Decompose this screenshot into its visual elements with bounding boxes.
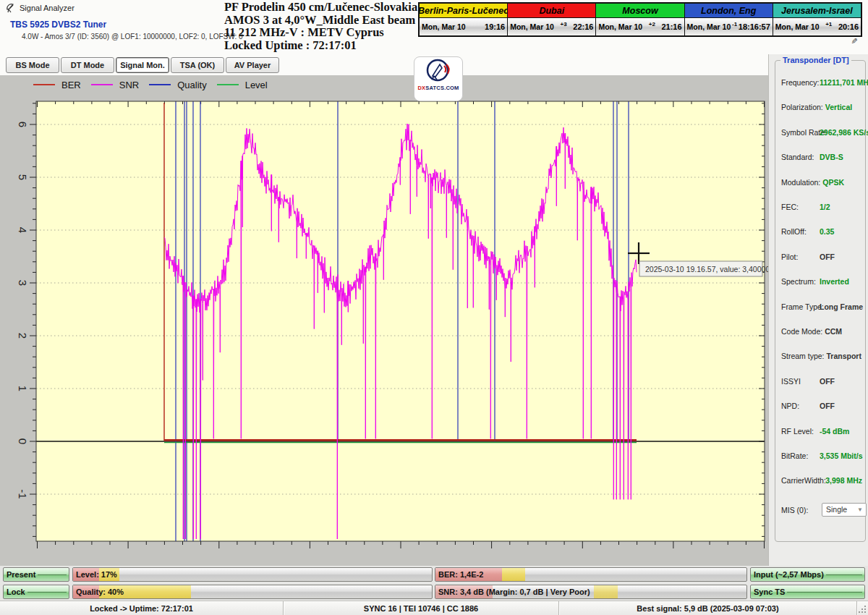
transponder-title: Transponder [DT] xyxy=(780,56,851,64)
legend-item-ber: BER xyxy=(33,80,81,90)
clock-hhmm: 19:16 xyxy=(485,22,505,31)
param-label: CarrierWidth: xyxy=(781,476,823,485)
clock-dubai: DubaiMon, Mar 10+322:16 xyxy=(508,4,596,35)
param-value: Inverted xyxy=(820,277,849,286)
param-label: RollOff: xyxy=(781,227,817,236)
mode-button-tsa-ok-[interactable]: TSA (OK) xyxy=(171,57,224,73)
mode-button-bs-mode[interactable]: BS Mode xyxy=(6,57,59,73)
param-label: Spectrum: xyxy=(781,277,817,286)
clock-moscow: MoscowMon, Mar 10+221:16 xyxy=(596,4,684,35)
y-axis-labels: 6543210-1 xyxy=(17,122,29,499)
transponder-row-rolloff-: RollOff:0.35 xyxy=(781,226,862,237)
param-label: Frame Type: xyxy=(781,302,817,311)
clock-date: Mon, Mar 10 xyxy=(510,22,554,31)
clock-date: Mon, Mar 10 xyxy=(598,22,642,31)
transponder-groupbox: Transponder [DT] Frequency:11211,701 MHz… xyxy=(775,60,866,542)
clock-city: Moscow xyxy=(596,4,684,18)
transponder-row-standard-: Standard:DVB-S xyxy=(781,151,862,163)
resize-grip[interactable] xyxy=(864,611,866,613)
param-label: MIS (0): xyxy=(781,506,817,514)
annotation-line: AMOS 3 at 4,0°W_Middle East beam xyxy=(224,14,417,27)
clock-hhmm: 20:16 xyxy=(838,22,859,31)
svg-text:1: 1 xyxy=(17,386,29,391)
window-title: Signal Analyzer xyxy=(20,4,75,12)
param-value: Long Frame xyxy=(820,302,863,311)
meter-ber: BER: 1,4E-2 xyxy=(435,567,747,582)
param-label: BitRate: xyxy=(781,451,817,460)
clock-time: Mon, Mar 1019:16 xyxy=(420,18,507,35)
svg-text:3: 3 xyxy=(17,280,29,286)
clock-date: Mon, Mar 10 xyxy=(422,22,466,31)
meter-midline xyxy=(826,574,862,575)
clock-city: London, Eng xyxy=(685,4,773,18)
satellite-dish-icon xyxy=(6,3,16,13)
param-value: OFF xyxy=(820,253,835,261)
param-value: 3,998 MHz xyxy=(825,476,862,485)
clock-time: Mon, Mar 10+322:16 xyxy=(508,18,595,35)
transponder-row-frame-type-: Frame Type:Long Frame xyxy=(781,301,862,313)
legend-swatch xyxy=(217,84,239,85)
mode-button-signal-mon-[interactable]: Signal Mon. xyxy=(116,57,169,73)
meter-label: BER: 1,4E-2 xyxy=(438,568,744,581)
legend-item-level: Level xyxy=(217,80,268,90)
svg-text:2025-03-10 19.16.57, value: 3,: 2025-03-10 19.16.57, value: 3,4000000953… xyxy=(645,265,768,273)
transponder-row-code-mode-: Code Mode:CCM xyxy=(781,326,862,337)
param-value: DVB-S xyxy=(820,153,843,161)
transponder-row-npd-: NPD:OFF xyxy=(781,400,862,412)
param-label: Standard: xyxy=(781,153,817,161)
svg-text:4: 4 xyxy=(17,227,29,233)
meter-text: BER: 1,4E-2 xyxy=(438,570,483,579)
legend-label: Level xyxy=(245,80,268,90)
svg-text:2: 2 xyxy=(17,333,29,339)
annotation-block: PF Prodelin 450 cm/Lučenec-Slovakia AMOS… xyxy=(224,1,417,51)
meter-label: Level: 17% xyxy=(76,568,430,581)
meter-label: Present xyxy=(7,568,67,581)
param-value: CCM xyxy=(825,327,842,336)
signal-chart-plot[interactable]: 6543210-12025-03-10 19.16.57, value: 3,4… xyxy=(0,94,768,566)
param-value: Transport xyxy=(827,352,861,360)
statusbar-segment: SYNC 16 | TEI 10746 | CC 1886 xyxy=(284,601,559,615)
param-value: QPSK xyxy=(822,178,844,187)
clock-hhmm: 22:16 xyxy=(573,22,593,31)
param-label: Frequency: xyxy=(781,78,817,87)
meter-text: SNR: 3,4 dB (Margin: 0,7 dB | Very Poor) xyxy=(438,588,590,596)
legend-swatch xyxy=(91,84,113,85)
meter-text: Lock xyxy=(7,588,25,596)
meter-level: Level: 17% xyxy=(72,567,433,582)
transponder-row-pilot-: Pilot:OFF xyxy=(781,251,862,263)
world-clocks: Berlin-Paris-LučenecMon, Mar 1019:16Duba… xyxy=(418,2,862,37)
transponder-row-fec-: FEC:1/2 xyxy=(781,201,862,213)
statusbar-segment: Best signal: 5,9 dB (2025-03-09 07:03) xyxy=(559,601,857,615)
logo-dish-icon xyxy=(424,57,453,85)
param-label: Polarization: xyxy=(781,103,823,111)
dxsatcs-logo: DXSATCS.COM xyxy=(414,56,463,101)
param-value: -54 dBm xyxy=(820,427,849,436)
transponder-row-mis: MIS (0):Single▼ xyxy=(781,504,862,516)
param-label: Code Mode: xyxy=(781,327,822,336)
param-label: Stream type: xyxy=(781,352,825,360)
clock-hhmm: 21:16 xyxy=(661,22,681,31)
statusbar: Locked -> Uptime: 72:17:01SYNC 16 | TEI … xyxy=(0,601,868,615)
meter-text: Level: 17% xyxy=(76,570,117,579)
mode-button-dt-mode[interactable]: DT Mode xyxy=(61,57,114,73)
clock-time: Mon, Mar 10+221:16 xyxy=(596,18,684,35)
mode-button-av-player[interactable]: AV Player xyxy=(226,57,279,73)
param-value: 2962,986 KS/s xyxy=(820,128,868,137)
meter-label: Lock xyxy=(7,585,67,598)
mis-dropdown[interactable]: Single▼ xyxy=(822,503,867,517)
param-label: NPD: xyxy=(781,402,817,410)
pen-icon: ✎ xyxy=(849,38,859,44)
clock-utc-offset: +1 xyxy=(820,21,838,27)
svg-text:0: 0 xyxy=(17,438,29,444)
param-label: Symbol Rate: xyxy=(781,128,817,137)
meter-text: Quality: 40% xyxy=(76,588,124,596)
legend-item-quality: Quality xyxy=(149,80,206,90)
svg-text:6: 6 xyxy=(17,122,29,127)
meter-text: Present xyxy=(7,570,35,579)
transponder-row-spectrum-: Spectrum:Inverted xyxy=(781,276,862,287)
meter-midline xyxy=(787,592,862,593)
tuner-details: 4.0W - Amos 3/7 (ID: 3560) @ LOF1: 10000… xyxy=(22,33,243,41)
clock-date: Mon, Mar 10 xyxy=(775,22,820,31)
svg-text:5: 5 xyxy=(17,174,29,180)
param-label: Modulation: xyxy=(781,178,820,187)
